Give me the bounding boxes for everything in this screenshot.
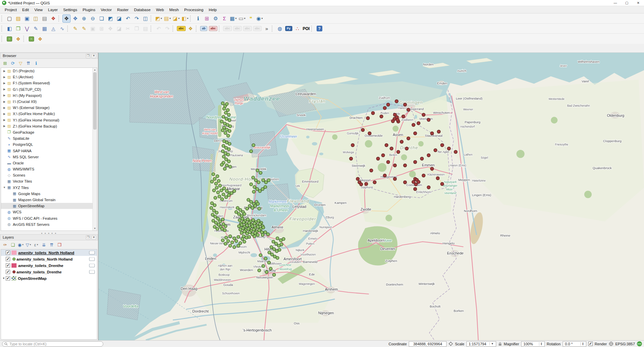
help-contents-button[interactable]: ? [315,25,323,33]
layer-expander-icon[interactable]: ▼ [2,277,6,280]
browser-item-f-system-reserved-[interactable]: ▶▨F:\ (System Reserved) [1,80,97,86]
zoom-to-selection-button[interactable]: ◪ [115,15,123,23]
browser-properties-button[interactable]: ℹ [32,59,40,67]
expander-icon[interactable]: ▶ [2,88,6,91]
layers-float-button[interactable]: ❐ [86,235,90,240]
expander-icon[interactable]: ▶ [2,94,6,97]
osm-map-edit-2-button[interactable]: ❖ [36,35,44,43]
browser-item-h-my-passport-[interactable]: ▶▨H:\ (My Passport) [1,92,97,99]
new-shapefile-layer-button[interactable]: ⋁ [23,25,31,33]
data-source-manager-button[interactable]: ◧ [5,25,14,33]
add-group-button[interactable]: ❏ [9,241,17,248]
layer-visibility-checkbox[interactable]: ✓ [6,276,10,281]
filter-legend-button[interactable]: ▽▾ [25,241,32,248]
tracking-icon[interactable] [449,342,453,346]
browser-item-sap-hana[interactable]: ▦SAP HANA [1,148,97,154]
osm-place-search-2-button[interactable]: ○ [27,35,35,43]
expander-icon[interactable]: ▶ [2,100,6,103]
scrollbar-down-icon[interactable]: ▼ [93,226,97,231]
layer-visibility-checkbox[interactable]: ✓ [6,257,10,261]
expand-all-button[interactable]: ⇊ [40,241,48,248]
browser-filter-button[interactable]: ▽ [17,59,24,67]
browser-add-layer-button[interactable]: ⊞ [1,59,9,67]
osm-place-search-button[interactable]: ○ [5,35,14,43]
layer-visibility-checkbox[interactable]: ✓ [6,250,10,255]
menu-database[interactable]: Database [131,7,153,13]
filter-by-expression-button[interactable]: ε▾ [32,241,40,248]
layer-row-amenity-toilets-drenthe[interactable]: ✓amenity_toilets_Drenthe [1,269,97,275]
zoom-to-layer-button[interactable]: ◩ [106,15,114,23]
expander-icon[interactable]: ▶ [2,125,6,128]
menu-raster[interactable]: Raster [114,7,131,13]
scale-combo[interactable]: 1:1571794 ▼ [466,341,496,347]
dropdown-arrow-icon[interactable]: ▾ [169,17,171,20]
expander-icon[interactable]: ▶ [2,70,6,73]
new-project-button[interactable]: ▢ [5,15,14,23]
statistical-summary-button[interactable]: Σ [220,15,229,23]
browser-item-openstreetmap[interactable]: ▦OpenStreetMap [1,203,97,209]
browser-item-w-external-storage-[interactable]: ▶▨W:\ (External Storage) [1,105,97,111]
pin-unpin-labels-button[interactable]: abc [209,25,218,33]
expander-icon[interactable]: ▼ [2,186,6,189]
dropdown-arrow-icon[interactable]: ▾ [187,17,188,20]
toolbar-overflow-button[interactable]: » [263,25,271,33]
memory-layer-badge-icon[interactable] [89,257,95,261]
poi-label[interactable]: POI [302,25,310,33]
new-virtual-layer-button[interactable]: ▦ [41,25,49,33]
browser-item-e-archive-[interactable]: ▶▨E:\ (Archive) [1,74,97,80]
expander-icon[interactable]: ▶ [2,112,6,115]
select-by-expression-button[interactable]: ▤▾ [163,15,171,23]
dropdown-arrow-icon[interactable]: ▾ [262,17,263,20]
browser-item-y-goflex-home-personal-[interactable]: ▶▨Y:\ (GoFlex Home Personal) [1,117,97,123]
map-canvas[interactable]: WaddenzeeIJsselmeerMarkermeerMarkermeer&… [98,53,644,340]
plugin-points-button[interactable]: ∴ [293,25,301,33]
open-field-calculator-button[interactable]: ⊞ [203,15,211,23]
expander-icon[interactable]: ▶ [2,76,6,79]
scale-dropdown-icon[interactable]: ▼ [489,342,494,345]
python-console-button[interactable]: Py [285,25,293,33]
show-layout-manager-button[interactable]: ▤ [41,15,49,23]
menu-project[interactable]: Project [2,7,20,13]
messages-icon[interactable]: ••• [637,341,642,346]
memory-layer-badge-icon[interactable] [89,270,95,274]
menu-mesh[interactable]: Mesh [167,7,182,13]
layers-close-button[interactable]: ✕ [91,235,96,240]
magnifier-spin-arrows[interactable]: ▲▼ [539,342,542,346]
zoom-last-button[interactable]: ↶ [124,15,132,23]
coordinate-value[interactable]: 384888, 6929964 [409,341,447,347]
browser-item-spatialite[interactable]: ✎SpatiaLite [1,135,97,141]
menu-vector[interactable]: Vector [98,7,114,13]
scrollbar-up-icon[interactable]: ▲ [93,68,97,72]
browser-item-xyz-tiles[interactable]: ▼▦XYZ Tiles [1,185,97,191]
scrollbar-thumb[interactable] [93,72,97,130]
layer-row-amenity-toilets-drenthe[interactable]: ✓amenity_toilets_Drenthe [1,262,97,269]
browser-item-g-setup-cd-[interactable]: ▶▨G:\ (SETUP_CD) [1,86,97,92]
dropdown-arrow-icon[interactable]: ▾ [244,17,245,20]
browser-item-mapzen-global-terrain[interactable]: ▦Mapzen Global Terrain [1,197,97,203]
browser-item-scenes[interactable]: ◇Scenes [1,172,97,178]
menu-settings[interactable]: Settings [60,7,80,13]
current-edits-button[interactable]: ✎ [71,25,79,33]
layer-visibility-checkbox[interactable]: ✓ [6,270,10,274]
browser-item-google-maps[interactable]: ▦Google Maps [1,191,97,197]
browser-refresh-button[interactable]: ⟳ [9,59,17,67]
zoom-in-button[interactable]: ⊕ [80,15,88,23]
lock-icon[interactable] [498,342,502,346]
browser-item-i-crucial-x9-[interactable]: ▶▨I:\ (Crucial X9) [1,99,97,105]
menu-help[interactable]: Help [206,7,220,13]
menu-plugins[interactable]: Plugins [80,7,98,13]
browser-item-postgresql[interactable]: ◗PostgreSQL [1,141,97,148]
collapse-all-button[interactable]: ⇈ [48,241,55,248]
open-layer-styling-button[interactable]: ✑ [1,241,9,248]
pan-to-selection-button[interactable]: ✥ [71,15,79,23]
menu-processing[interactable]: Processing [182,7,206,13]
browser-item-oracle[interactable]: ▬Oracle [1,160,97,166]
rotation-spinbox[interactable]: 0.0 ° ▲▼ [563,341,586,347]
layer-visibility-checkbox[interactable]: ✓ [6,263,10,268]
browser-item-geopackage[interactable]: ❒GeoPackage [1,129,97,135]
render-checkbox[interactable]: ✓ [588,342,593,346]
menu-edit[interactable]: Edit [20,7,32,13]
dropdown-arrow-icon[interactable]: ▾ [235,17,237,20]
browser-collapse-all-button[interactable]: ⇈ [25,59,32,67]
panel-splitter[interactable]: ● ● ● ● ● [0,232,98,234]
